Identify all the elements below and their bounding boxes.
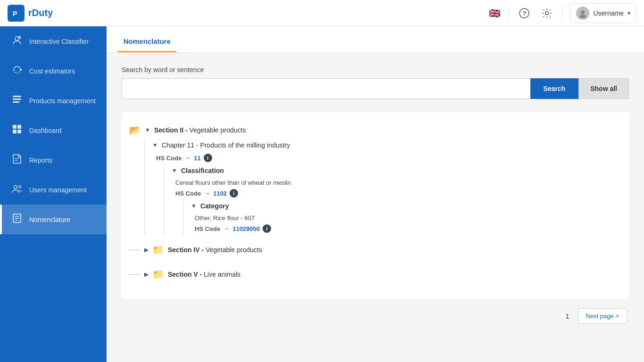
dash-line-v <box>129 274 140 275</box>
nomenclature-icon <box>11 213 23 226</box>
svg-rect-14 <box>17 125 21 129</box>
navbar-right: 🇬🇧 ? Username ▾ <box>488 3 636 23</box>
sidebar-item-label-cost: Cost estimators <box>29 67 75 75</box>
sidebar-item-label-reports: Reports <box>29 156 52 164</box>
classification-collapse-arrow[interactable] <box>172 167 177 174</box>
section-ii-label: Section II - Vegetable products <box>154 126 246 134</box>
layout: AI Interactive Classifier Cost estimator… <box>0 26 644 362</box>
category-hs-row: HS Code → 11029050 i <box>191 222 619 235</box>
search-row: Search Show all <box>122 78 629 99</box>
sidebar-item-cost-estimators[interactable]: Cost estimators <box>0 56 107 86</box>
section-ii-row[interactable]: 📂 Section II - Vegetable products <box>129 122 619 139</box>
classification-hs-row: HS Code → 1102 i <box>172 187 619 199</box>
svg-text:?: ? <box>523 10 527 17</box>
products-management-icon <box>11 94 23 107</box>
category-label: Category <box>200 202 229 210</box>
section-ii: 📂 Section II - Vegetable products Chapte… <box>129 122 619 235</box>
sidebar: AI Interactive Classifier Cost estimator… <box>0 26 107 362</box>
sidebar-item-users-management[interactable]: Users management <box>0 175 107 205</box>
settings-button[interactable] <box>539 6 554 21</box>
svg-rect-11 <box>13 99 21 100</box>
dashboard-icon <box>11 124 23 137</box>
divider2 <box>562 6 562 21</box>
help-button[interactable]: ? <box>517 6 532 21</box>
username-label: Username <box>593 9 624 17</box>
tab-bar: Nomenclature <box>107 26 644 53</box>
content-area: Search by word or sentence Search Show a… <box>107 53 644 362</box>
brand-name: rDuty <box>28 8 53 18</box>
svg-rect-13 <box>13 125 17 129</box>
sidebar-item-label-products: Products management <box>29 97 96 105</box>
sidebar-item-label-dashboard: Dashboard <box>29 127 62 134</box>
search-button[interactable]: Search <box>530 78 579 99</box>
info-icon-11[interactable]: i <box>204 154 212 162</box>
sidebar-item-label-users: Users management <box>29 186 87 194</box>
next-page-button[interactable]: Next page > <box>578 308 627 324</box>
folder-icon-iv: 📁 <box>152 244 164 255</box>
cost-estimators-icon <box>11 65 23 77</box>
svg-point-6 <box>579 15 586 18</box>
section-iv-arrow[interactable]: ▶ <box>144 247 149 253</box>
section-iv-row[interactable]: ▶ 📁 Section IV - Vegetable products <box>129 240 619 259</box>
section-v-label: Section V - Live animals <box>168 271 240 278</box>
dash-line-iv <box>129 250 140 250</box>
svg-rect-16 <box>17 130 21 133</box>
navbar: P rDuty 🇬🇧 ? U <box>0 0 644 26</box>
sidebar-item-products-management[interactable]: Products management <box>0 86 107 115</box>
chapter-11-collapse-arrow[interactable] <box>152 142 158 148</box>
sidebar-item-label-classifier: Interactive Classifier <box>29 38 89 45</box>
svg-text:AI: AI <box>19 36 22 39</box>
classification-children: Classification Cereal flours other than … <box>164 164 619 235</box>
brand-icon: P <box>8 5 25 22</box>
svg-point-7 <box>15 37 19 41</box>
sidebar-item-nomenclature[interactable]: Nomenclature <box>0 205 107 234</box>
chevron-down-icon: ▾ <box>627 10 630 16</box>
search-input[interactable] <box>122 78 530 99</box>
hs-code-label-category: HS Code <box>195 225 220 232</box>
svg-rect-12 <box>13 101 19 103</box>
tab-nomenclature[interactable]: Nomenclature <box>118 30 176 52</box>
show-all-button[interactable]: Show all <box>578 78 629 99</box>
sidebar-item-interactive-classifier[interactable]: AI Interactive Classifier <box>0 26 107 56</box>
hs-code-val-category: 11029050 <box>232 225 260 232</box>
sidebar-item-reports[interactable]: Reports <box>0 145 107 175</box>
section-iv-label: Section IV - Vegetable products <box>168 246 262 254</box>
category-collapse-arrow[interactable] <box>191 203 197 209</box>
info-icon-1102[interactable]: i <box>230 189 238 197</box>
svg-point-19 <box>14 186 17 189</box>
section-v-row[interactable]: ▶ 📁 Section V - Live animals <box>129 265 619 284</box>
user-menu[interactable]: Username ▾ <box>570 3 636 23</box>
interactive-classifier-icon: AI <box>11 35 23 48</box>
users-management-icon <box>11 183 23 196</box>
reports-icon <box>11 154 23 166</box>
nomenclature-tree: 📂 Section II - Vegetable products Chapte… <box>122 112 629 299</box>
category-description: Other, Rice flour - 607 <box>191 213 619 222</box>
search-label: Search by word or sentence <box>122 66 629 74</box>
section-v-arrow[interactable]: ▶ <box>144 271 149 278</box>
section-v: ▶ 📁 Section V - Live animals <box>129 265 619 284</box>
hs-code-label-11: HS Code <box>156 155 182 162</box>
sidebar-item-dashboard[interactable]: Dashboard <box>0 115 107 145</box>
classification-row[interactable]: Classification <box>172 164 619 177</box>
brand: P rDuty <box>8 5 53 22</box>
hs-code-label-1102: HS Code <box>175 190 201 197</box>
hs-code-val-11: 11 <box>194 155 200 162</box>
pagination: 1 Next page > <box>122 308 629 324</box>
svg-point-4 <box>545 11 549 15</box>
language-flag[interactable]: 🇬🇧 <box>488 8 501 18</box>
info-icon-category[interactable]: i <box>263 224 271 233</box>
current-page: 1 <box>561 313 574 320</box>
divider <box>509 6 509 21</box>
section-ii-collapse-arrow[interactable] <box>145 127 150 133</box>
chapter-11-row[interactable]: Chapter 11 - Products of the milling ind… <box>152 139 619 152</box>
svg-rect-10 <box>13 96 21 97</box>
section-ii-children: Chapter 11 - Products of the milling ind… <box>144 139 619 235</box>
chapter-11-hs-row: HS Code → 11 i <box>152 152 619 164</box>
category-children: Category Other, Rice flour - 607 HS Code… <box>183 199 619 235</box>
arrow-right-icon: → <box>184 154 191 162</box>
avatar <box>576 7 589 20</box>
category-row[interactable]: Category <box>191 199 619 213</box>
hs-code-val-1102: 1102 <box>213 190 227 197</box>
main-content: Nomenclature Search by word or sentence … <box>107 26 644 362</box>
svg-point-5 <box>581 10 585 14</box>
